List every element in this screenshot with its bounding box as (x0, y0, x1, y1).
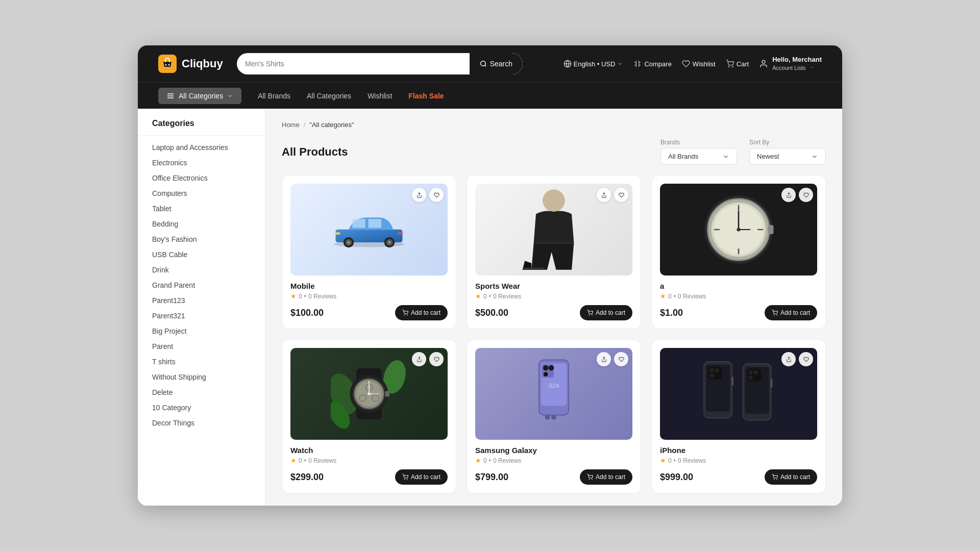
account-chevron-icon (809, 65, 814, 70)
product-share-btn-1[interactable] (597, 188, 611, 202)
search-input[interactable] (237, 60, 470, 68)
breadcrumb-home[interactable]: Home (282, 121, 300, 129)
sidebar-item-decor-things[interactable]: Decor Things (138, 415, 265, 431)
nav-link-all-categories[interactable]: All Categories (307, 92, 351, 100)
sort-chevron-icon (811, 153, 818, 160)
sort-select[interactable]: Newest (749, 148, 826, 165)
sidebar-item-computers[interactable]: Computers (138, 186, 265, 201)
compare-label: Compare (644, 60, 671, 68)
product-reviews-5: 0 Reviews (678, 457, 706, 464)
svg-point-88 (749, 370, 753, 374)
sidebar-item-bedding[interactable]: Bedding (138, 216, 265, 232)
product-share-btn-3[interactable] (412, 352, 426, 366)
add-to-cart-btn-4[interactable]: Add to cart (580, 469, 632, 485)
product-card-5: iPhone ★ 0 • 0 Reviews $999.00 (651, 339, 826, 493)
product-rating-1: ★ 0 • 0 Reviews (475, 292, 632, 300)
sidebar-item-usb-cable[interactable]: USB Cable (138, 247, 265, 262)
product-footer-3: $299.00 Add to cart (290, 469, 448, 485)
product-wishlist-btn-0[interactable] (429, 188, 444, 202)
svg-point-41 (737, 228, 740, 231)
product-wishlist-btn-3[interactable] (429, 352, 444, 366)
star-icon-2: ★ (660, 292, 666, 300)
sidebar-item-tablet[interactable]: Tablet (138, 201, 265, 216)
menu-icon (166, 92, 175, 100)
sidebar-item-parent[interactable]: Parent (138, 339, 265, 354)
svg-point-17 (347, 241, 350, 244)
wishlist-label: Wishlist (693, 60, 716, 68)
sports-wear-illustration (518, 189, 590, 270)
add-to-cart-btn-3[interactable]: Add to cart (395, 469, 448, 485)
svg-point-7 (762, 60, 765, 63)
add-to-cart-label-3: Add to cart (411, 473, 440, 481)
nav-link-all-brands[interactable]: All Brands (258, 92, 290, 100)
logo[interactable]: Cliqbuy (158, 55, 225, 73)
svg-text:S24: S24 (549, 382, 559, 389)
product-card-2: a ★ 0 • 0 Reviews $1.00 (651, 175, 826, 329)
header-actions: English • USD Compare Wishlist (564, 56, 822, 71)
samsung-illustration: S24 (516, 356, 592, 432)
brands-label: Brands (660, 139, 737, 146)
product-share-btn-2[interactable] (781, 188, 796, 202)
svg-point-76 (589, 479, 590, 480)
search-button[interactable]: Search (470, 53, 523, 74)
sidebar-item-without-shipping[interactable]: Without Shipping (138, 369, 265, 385)
language-selector[interactable]: English • USD (564, 60, 624, 68)
all-categories-button[interactable]: All Categories (158, 88, 241, 104)
product-share-btn-0[interactable] (412, 188, 426, 202)
globe-icon (564, 60, 572, 68)
product-price-5: $999.00 (660, 472, 693, 483)
sidebar-item-grand-parent[interactable]: Grand Parent (138, 278, 265, 293)
product-rating-score-0: 0 (299, 293, 302, 300)
sidebar-item-laptop[interactable]: Laptop and Accessories (138, 140, 265, 155)
sidebar-item-office[interactable]: Office Electronics (138, 170, 265, 186)
product-wishlist-btn-1[interactable] (614, 188, 628, 202)
product-wishlist-btn-5[interactable] (799, 352, 813, 366)
product-actions-2 (781, 188, 813, 202)
star-icon-3: ★ (290, 457, 297, 464)
product-price-2: $1.00 (660, 308, 683, 318)
product-image-3 (290, 348, 448, 440)
product-wishlist-btn-4[interactable] (614, 352, 628, 366)
product-footer-4: $799.00 Add to cart (475, 469, 632, 485)
share-icon (416, 192, 422, 198)
sidebar-item-big-project[interactable]: Big Project (138, 323, 265, 339)
product-share-btn-4[interactable] (597, 352, 611, 366)
wishlist-link[interactable]: Wishlist (682, 60, 716, 68)
sidebar-item-drink[interactable]: Drink (138, 262, 265, 278)
brands-filter: Brands All Brands (660, 139, 737, 165)
search-bar: Search (237, 53, 523, 74)
svg-point-83 (709, 373, 714, 378)
sidebar-item-10-category[interactable]: 10 Category (138, 400, 265, 415)
product-image-4: S24 (475, 348, 632, 440)
compare-link[interactable]: Compare (633, 60, 671, 68)
product-share-btn-5[interactable] (781, 352, 796, 366)
product-wishlist-btn-2[interactable] (799, 188, 813, 202)
cart-icon-sm-4 (587, 474, 593, 480)
add-to-cart-btn-0[interactable]: Add to cart (395, 305, 448, 320)
sidebar-item-parent321[interactable]: Parent321 (138, 308, 265, 323)
svg-point-71 (544, 372, 548, 377)
nav-link-flash-sale[interactable]: Flash Sale (408, 92, 444, 100)
search-icon (480, 60, 487, 67)
cart-link[interactable]: Cart (726, 60, 749, 68)
sidebar-item-electronics[interactable]: Electronics (138, 155, 265, 170)
svg-point-72 (545, 367, 547, 369)
product-image-0 (290, 184, 448, 276)
user-account[interactable]: Hello, Merchant Account Lists (759, 56, 822, 71)
add-to-cart-btn-5[interactable]: Add to cart (765, 469, 817, 485)
sidebar-item-tshirts[interactable]: T shirts (138, 354, 265, 369)
cart-icon-sm-1 (587, 310, 593, 316)
sidebar-item-parent123[interactable]: Parent123 (138, 293, 265, 308)
nav-link-wishlist[interactable]: Wishlist (368, 92, 392, 100)
nav-bar: All Categories All Brands All Categories… (138, 82, 842, 109)
breadcrumb: Home / "All categories" (282, 121, 826, 129)
product-rating-score-2: 0 (668, 293, 672, 300)
product-footer-5: $999.00 Add to cart (660, 469, 817, 485)
sidebar-item-delete[interactable]: Delete (138, 385, 265, 400)
add-to-cart-btn-2[interactable]: Add to cart (765, 305, 817, 320)
add-to-cart-btn-1[interactable]: Add to cart (580, 305, 632, 320)
sidebar-item-boys-fashion[interactable]: Boy's Fashion (138, 232, 265, 247)
sidebar: Categories Laptop and Accessories Electr… (138, 109, 265, 506)
share-icon-5 (786, 357, 792, 362)
brands-select[interactable]: All Brands (660, 148, 737, 165)
